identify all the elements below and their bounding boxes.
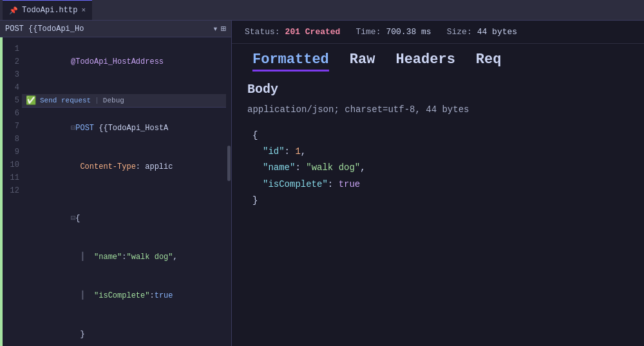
json-close-brace: } [252, 193, 629, 209]
tab-bar: 📌 TodoApi.http × [0, 0, 644, 21]
code-line: ⊟{ [22, 199, 226, 238]
separator: | [95, 97, 99, 104]
json-name-line: "name": "walk dog", [252, 160, 629, 176]
code-line: ┃ "isComplete":true [22, 276, 226, 315]
tab-raw[interactable]: Raw [339, 49, 386, 72]
tab-headers[interactable]: Headers [385, 49, 465, 72]
code-editor[interactable]: @TodoApi_HostAddress ✅ Send request | De… [22, 37, 226, 346]
json-open-brace: { [252, 128, 629, 144]
tab-req[interactable]: Req [466, 49, 512, 72]
status-bar: Status: 201 Created Time: 700.38 ms Size… [232, 21, 644, 44]
pin-icon: 📌 [9, 6, 18, 15]
code-area[interactable]: 1 2 3 4 5 6 7 8 9 10 11 12 @TodoApi_Host… [0, 37, 231, 346]
editor-panel: POST {{TodoApi_Ho ▾ ⊞ 1 2 3 4 5 6 7 8 [0, 21, 232, 346]
json-id-line: "id": 1, [252, 144, 629, 160]
method-label: POST {{TodoApi_Ho [5, 24, 84, 34]
status-value: 201 Created [285, 27, 341, 37]
tab-formatted[interactable]: Formatted [242, 49, 339, 72]
code-line [22, 81, 226, 94]
response-panel: Status: 201 Created Time: 700.38 ms Size… [232, 21, 644, 346]
code-line: Content-Type: applic [22, 148, 226, 186]
send-request-bar: ✅ Send request | Debug [22, 94, 226, 108]
check-icon: ✅ [26, 95, 36, 106]
close-icon[interactable]: × [81, 6, 86, 14]
code-line: } [22, 315, 226, 346]
size-value: 44 bytes [477, 27, 517, 37]
request-bar: POST {{TodoApi_Ho ▾ ⊞ [0, 21, 231, 37]
code-line: ┃ "name":"walk dog", [22, 238, 226, 276]
json-iscomplete-line: "isComplete": true [252, 177, 629, 193]
code-line [22, 186, 226, 199]
response-tabs: Formatted Raw Headers Req [232, 44, 644, 72]
line-numbers: 1 2 3 4 5 6 7 8 9 10 11 12 [3, 37, 22, 346]
code-line: ⊟POST {{TodoApi_HostA [22, 109, 226, 148]
json-block: { "id": 1, "name": "walk dog", "isComple… [247, 128, 629, 209]
size-label: Size: [447, 27, 472, 37]
tab-title: TodoApi.http [22, 6, 77, 15]
response-body: Body application/json; charset=utf-8, 44… [232, 72, 644, 346]
status-label: Status: [245, 27, 280, 37]
time-value: 700.38 ms [386, 27, 431, 37]
send-request-link[interactable]: Send request [40, 97, 91, 104]
content-type: application/json; charset=utf-8, 44 byte… [247, 104, 629, 115]
code-line: @TodoApi_HostAddress [22, 43, 226, 81]
split-icon[interactable]: ⊞ [221, 23, 226, 34]
file-tab[interactable]: 📌 TodoApi.http × [3, 0, 92, 20]
request-bar-icons: ▾ ⊞ [213, 23, 226, 34]
debug-link[interactable]: Debug [103, 97, 124, 104]
body-label: Body [247, 82, 629, 97]
main-area: POST {{TodoApi_Ho ▾ ⊞ 1 2 3 4 5 6 7 8 [0, 21, 644, 346]
time-label: Time: [355, 27, 381, 37]
dropdown-icon[interactable]: ▾ [213, 23, 218, 34]
